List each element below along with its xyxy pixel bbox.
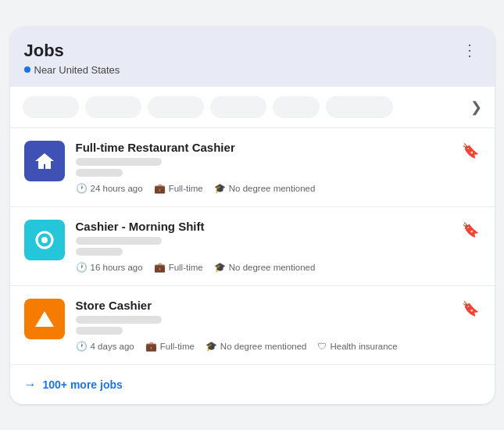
more-jobs-label: 100+ more jobs xyxy=(43,378,123,391)
job-type-3: 💼 Full-time xyxy=(145,341,195,352)
filter-pill-2[interactable] xyxy=(85,96,141,118)
job-type-1: 💼 Full-time xyxy=(154,183,203,194)
company-skeleton-3 xyxy=(76,316,162,324)
education-2: 🎓 No degree mentioned xyxy=(214,262,316,273)
job-title-2: Cashier - Morning Shift xyxy=(76,220,449,233)
degree-icon-1: 🎓 xyxy=(214,183,226,194)
job-item-2[interactable]: Cashier - Morning Shift 🕐 16 hours ago 💼… xyxy=(10,207,495,286)
clock-icon-3: 🕐 xyxy=(76,341,88,352)
card-header: Jobs Near United States ⋮ xyxy=(10,27,495,87)
job-content-3: Store Cashier 🕐 4 days ago 💼 Full-time 🎓… xyxy=(76,299,449,352)
more-jobs-arrow-icon: → xyxy=(24,378,37,392)
briefcase-icon-2: 💼 xyxy=(154,262,166,273)
job-type-2: 💼 Full-time xyxy=(154,262,203,273)
filter-pill-4[interactable] xyxy=(210,96,266,118)
job-content-1: Full-time Restaurant Cashier 🕐 24 hours … xyxy=(76,141,449,194)
page-title: Jobs xyxy=(24,41,120,61)
more-jobs-link[interactable]: → 100+ more jobs xyxy=(10,365,495,404)
job-logo-3 xyxy=(24,299,65,339)
job-logo-1 xyxy=(24,141,65,181)
location-dot-icon xyxy=(24,66,30,73)
job-title-3: Store Cashier xyxy=(76,299,449,312)
time-ago-2: 🕐 16 hours ago xyxy=(76,262,143,273)
circle-icon xyxy=(33,228,56,252)
briefcase-icon-3: 💼 xyxy=(145,341,157,352)
svg-marker-2 xyxy=(35,311,54,327)
bookmark-button-3[interactable]: 🔖 xyxy=(460,299,481,319)
job-item-1[interactable]: Full-time Restaurant Cashier 🕐 24 hours … xyxy=(10,128,495,207)
location-skeleton-2 xyxy=(76,248,123,256)
filter-pill-1[interactable] xyxy=(23,96,79,118)
job-content-2: Cashier - Morning Shift 🕐 16 hours ago 💼… xyxy=(76,220,449,273)
job-item-3[interactable]: Store Cashier 🕐 4 days ago 💼 Full-time 🎓… xyxy=(10,286,495,365)
filter-pill-5[interactable] xyxy=(273,96,320,118)
filter-pill-6[interactable] xyxy=(326,96,393,118)
location-skeleton-3 xyxy=(76,327,123,335)
location-text: Near United States xyxy=(34,64,120,76)
bookmark-button-2[interactable]: 🔖 xyxy=(460,220,481,240)
jobs-card: Jobs Near United States ⋮ ❯ Full-time Re… xyxy=(10,27,495,404)
clock-icon-1: 🕐 xyxy=(76,183,88,194)
education-1: 🎓 No degree mentioned xyxy=(214,183,316,194)
degree-icon-3: 🎓 xyxy=(206,341,217,352)
location-skeleton-1 xyxy=(76,169,123,177)
triangle-icon xyxy=(33,307,56,331)
filters-arrow-icon[interactable]: ❯ xyxy=(470,99,482,116)
job-meta-1: 🕐 24 hours ago 💼 Full-time 🎓 No degree m… xyxy=(76,183,449,194)
svg-point-1 xyxy=(41,237,48,243)
location-row: Near United States xyxy=(24,64,120,76)
time-ago-3: 🕐 4 days ago xyxy=(76,341,134,352)
header-left: Jobs Near United States xyxy=(24,41,120,76)
company-skeleton-1 xyxy=(76,158,162,166)
company-skeleton-2 xyxy=(76,237,162,245)
briefcase-icon-1: 💼 xyxy=(154,183,166,194)
filters-bar: ❯ xyxy=(10,87,495,128)
job-meta-3: 🕐 4 days ago 💼 Full-time 🎓 No degree men… xyxy=(76,341,449,352)
bookmark-button-1[interactable]: 🔖 xyxy=(460,141,481,161)
health-insurance: 🛡 Health insurance xyxy=(317,341,397,352)
filter-pill-3[interactable] xyxy=(148,96,204,118)
time-ago-1: 🕐 24 hours ago xyxy=(76,183,143,194)
clock-icon-2: 🕐 xyxy=(76,262,88,273)
job-title-1: Full-time Restaurant Cashier xyxy=(76,141,449,154)
house-icon xyxy=(33,149,56,173)
shield-icon-3: 🛡 xyxy=(317,341,327,352)
degree-icon-2: 🎓 xyxy=(214,262,226,273)
more-options-button[interactable]: ⋮ xyxy=(459,41,481,59)
education-3: 🎓 No degree mentioned xyxy=(206,341,307,352)
job-logo-2 xyxy=(24,220,65,260)
job-meta-2: 🕐 16 hours ago 💼 Full-time 🎓 No degree m… xyxy=(76,262,449,273)
